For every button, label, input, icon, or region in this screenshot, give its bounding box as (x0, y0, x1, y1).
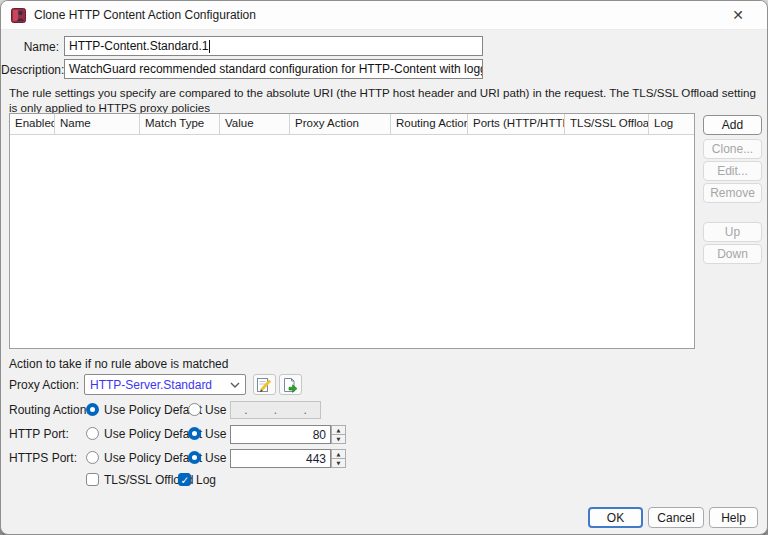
column-header-tls-offload: TLS/SSL Offload (565, 114, 649, 134)
column-header-match-type: Match Type (140, 114, 220, 134)
column-header-name: Name (55, 114, 140, 134)
spin-down-icon[interactable]: ▼ (331, 434, 346, 444)
edit-proxy-action-button[interactable] (253, 374, 276, 395)
help-button[interactable]: Help (709, 507, 758, 528)
spin-up-icon[interactable]: ▲ (331, 425, 346, 434)
down-button[interactable]: Down (703, 244, 762, 264)
clone-button[interactable]: Clone... (703, 139, 762, 159)
log-label: Log (196, 470, 216, 490)
remove-button[interactable]: Remove (703, 183, 762, 203)
http-port-label: HTTP Port: (9, 424, 69, 444)
https-port-input[interactable]: 443 (230, 449, 331, 468)
close-button[interactable]: ✕ (723, 5, 753, 25)
http-port-spinner: ▲ ▼ (331, 425, 346, 444)
log-checkbox[interactable] (178, 473, 191, 486)
ip-dot: . (244, 403, 247, 417)
http-port-use-policy-default-radio[interactable] (86, 427, 99, 440)
spin-up-icon[interactable]: ▲ (331, 449, 346, 458)
proxy-action-value: HTTP-Server.Standard (85, 378, 230, 392)
edit-icon (256, 377, 273, 393)
window-title: Clone HTTP Content Action Configuration (34, 8, 256, 22)
routing-use-label: Use (205, 400, 226, 420)
title-bar: Clone HTTP Content Action Configuration … (1, 1, 767, 30)
up-button[interactable]: Up (703, 222, 762, 242)
http-port-use-radio[interactable] (188, 427, 201, 440)
routing-ip-input[interactable]: . . . (230, 401, 321, 419)
https-port-value: 443 (306, 452, 326, 466)
name-input[interactable]: HTTP-Content.Standard.1 (64, 36, 483, 56)
proxy-action-label: Proxy Action: (9, 375, 79, 395)
rules-table-body[interactable] (10, 135, 694, 349)
spin-down-icon[interactable]: ▼ (331, 458, 346, 468)
chevron-down-icon (230, 382, 240, 388)
clone-proxy-action-button[interactable] (279, 374, 302, 395)
routing-use-policy-default-radio[interactable] (86, 403, 99, 416)
app-icon (11, 8, 26, 23)
https-port-use-radio[interactable] (188, 451, 201, 464)
rules-table-header: Enabled Name Match Type Value Proxy Acti… (10, 114, 694, 135)
https-port-label: HTTPS Port: (9, 448, 77, 468)
https-port-use-label: Use (205, 448, 226, 468)
routing-action-label: Routing Action: (9, 400, 90, 420)
cancel-button[interactable]: Cancel (648, 507, 704, 528)
ip-dot: . (274, 403, 277, 417)
http-port-use-label: Use (205, 424, 226, 444)
rule-info-line1: The rule settings you specify are compar… (9, 85, 765, 115)
ip-dot: . (303, 403, 306, 417)
add-button[interactable]: Add (703, 115, 762, 135)
description-label: Description: (1, 60, 59, 80)
column-header-ports: Ports (HTTP/HTTPS) (468, 114, 565, 134)
column-header-value: Value (220, 114, 290, 134)
text-caret (209, 40, 210, 53)
column-header-routing-action: Routing Action (391, 114, 468, 134)
http-port-input[interactable]: 80 (230, 425, 331, 444)
https-port-use-policy-default-radio[interactable] (86, 451, 99, 464)
column-header-enabled: Enabled (10, 114, 55, 134)
proxy-action-dropdown[interactable]: HTTP-Server.Standard (84, 374, 246, 395)
clone-http-content-action-dialog: Clone HTTP Content Action Configuration … (0, 0, 768, 535)
ok-button[interactable]: OK (588, 507, 643, 528)
edit-button[interactable]: Edit... (703, 161, 762, 181)
column-header-proxy-action: Proxy Action (290, 114, 391, 134)
fallback-heading: Action to take if no rule above is match… (9, 357, 228, 371)
name-label: Name: (1, 37, 59, 57)
name-input-value: HTTP-Content.Standard.1 (69, 39, 208, 53)
description-input[interactable]: WatchGuard recommended standard configur… (64, 59, 483, 79)
https-port-spinner: ▲ ▼ (331, 449, 346, 468)
http-port-value: 80 (313, 428, 326, 442)
routing-use-radio[interactable] (188, 403, 201, 416)
tls-ssl-offload-checkbox[interactable] (86, 473, 99, 486)
copy-new-icon (282, 377, 299, 393)
rules-table: Enabled Name Match Type Value Proxy Acti… (9, 113, 695, 349)
description-input-value: WatchGuard recommended standard configur… (69, 62, 483, 76)
column-header-log: Log (649, 114, 694, 134)
